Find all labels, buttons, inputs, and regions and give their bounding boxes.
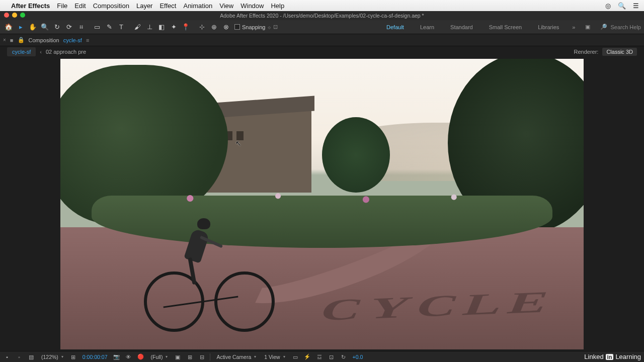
renderer-dropdown[interactable]: Classic 3D xyxy=(602,48,637,56)
puppet-tool[interactable]: 📍 xyxy=(180,22,191,33)
channel-icon[interactable]: 🔴 xyxy=(137,353,145,360)
close-panel-icon[interactable]: × xyxy=(3,37,6,43)
search-help-input[interactable]: Search Help xyxy=(610,24,641,30)
linkedin-learning-badge: Linked in Learning xyxy=(584,353,641,360)
exposure-value[interactable]: +0.0 xyxy=(352,354,364,360)
snapping-checkbox[interactable] xyxy=(234,24,240,30)
mac-menu-bar: After Effects File Edit Composition Laye… xyxy=(0,0,644,11)
fast-preview-icon[interactable]: ⚡ xyxy=(303,353,311,360)
camera-dropdown[interactable]: Active Camera xyxy=(214,354,258,360)
brand-learning: Learning xyxy=(615,353,641,360)
workspace-libraries[interactable]: Libraries xyxy=(535,23,562,31)
type-tool[interactable]: T xyxy=(116,22,127,33)
panel-type-label: Composition xyxy=(29,37,59,43)
brand-linked: Linked xyxy=(584,353,603,360)
axis-local-icon[interactable]: ⊹ xyxy=(196,22,207,33)
brand-in: in xyxy=(606,354,614,360)
grid-icon[interactable]: ⊞ xyxy=(186,354,194,360)
zoom-icon[interactable] xyxy=(20,13,25,18)
home-button[interactable]: 🏠 xyxy=(3,22,14,33)
camera-tool[interactable]: ⌗ xyxy=(75,22,87,33)
guides-icon[interactable]: ⊟ xyxy=(198,354,206,360)
cyclist-graphic xyxy=(144,201,275,332)
orbit-tool[interactable]: ↻ xyxy=(51,22,62,33)
workspace-standard[interactable]: Standard xyxy=(447,23,476,31)
axis-view-icon[interactable]: ⊗ xyxy=(220,22,231,33)
snapshot-icon[interactable]: 📷 xyxy=(113,353,121,360)
menu-layer[interactable]: Layer xyxy=(136,2,153,10)
reset-exposure-icon[interactable]: ↻ xyxy=(340,354,348,360)
clone-tool[interactable]: ⊥ xyxy=(144,22,155,33)
menu-file[interactable]: File xyxy=(57,2,67,10)
rotate-tool[interactable]: ⟳ xyxy=(63,22,74,33)
transparency-icon[interactable]: ▧ xyxy=(27,354,35,360)
menu-animation[interactable]: Animation xyxy=(183,2,212,10)
comp-canvas[interactable]: CYCLE ↖ xyxy=(60,59,584,349)
resolution-dropdown[interactable]: (Full) xyxy=(149,354,170,360)
panel-marker-icon: ■ xyxy=(10,37,14,43)
menu-composition[interactable]: Composition xyxy=(93,2,129,10)
snapping-label: Snapping xyxy=(242,24,266,30)
pen-tool[interactable]: ✎ xyxy=(104,22,115,33)
breadcrumb-root[interactable]: cycle-sf xyxy=(7,47,36,56)
panel-menu-icon[interactable]: ≡ xyxy=(86,37,89,43)
selection-tool[interactable]: ▸ xyxy=(15,22,26,33)
composition-viewer[interactable]: CYCLE ↖ xyxy=(0,57,644,351)
workspace-overflow-icon[interactable]: » xyxy=(572,24,575,30)
cc-sync-icon[interactable]: ◎ xyxy=(605,2,611,10)
roto-tool[interactable]: ✦ xyxy=(168,22,179,33)
workspace-small-screen[interactable]: Small Screen xyxy=(486,23,525,31)
menu-view[interactable]: View xyxy=(219,2,233,10)
eraser-tool[interactable]: ◧ xyxy=(156,22,167,33)
menu-help[interactable]: Help xyxy=(271,2,284,10)
pixel-aspect-icon[interactable]: ▭ xyxy=(291,354,299,360)
menu-edit[interactable]: Edit xyxy=(74,2,86,10)
search-icon[interactable]: 🔍 xyxy=(618,2,626,10)
axis-world-icon[interactable]: ⊕ xyxy=(208,22,219,33)
workspace-reset-icon[interactable]: ▣ xyxy=(585,24,590,30)
composition-panel-tab: × ■ 🔒 Composition cycle-sf ≡ xyxy=(0,34,644,46)
app-name[interactable]: After Effects xyxy=(11,2,50,10)
list-icon[interactable]: ☰ xyxy=(633,2,639,10)
timecode-display[interactable]: 0:00:00:07 xyxy=(82,354,109,360)
always-preview-icon[interactable]: ▪ xyxy=(3,354,11,360)
views-dropdown[interactable]: 1 View xyxy=(262,354,287,360)
snap-opt2-icon[interactable]: ⊡ xyxy=(273,24,278,30)
brush-tool[interactable]: 🖌 xyxy=(132,22,143,33)
flowchart-icon[interactable]: ⊡ xyxy=(328,354,336,360)
breadcrumb-child[interactable]: 02 approach pre xyxy=(46,49,86,55)
window-titlebar: Adobe After Effects 2020 - /Users/demo/D… xyxy=(0,11,644,20)
draft3d-icon[interactable]: ▫ xyxy=(15,354,23,360)
search-help-icon: 🔎 xyxy=(600,24,607,30)
minimize-icon[interactable] xyxy=(12,13,17,18)
traffic-lights[interactable] xyxy=(4,13,25,18)
workspace-default[interactable]: Default xyxy=(383,23,407,31)
snap-opt1-icon[interactable]: ⟐ xyxy=(268,24,271,30)
tools-toolbar: 🏠 ▸ ✋ 🔍 ↻ ⟳ ⌗ ▭ ✎ T 🖌 ⊥ ◧ ✦ 📍 ⊹ ⊕ ⊗ Snap… xyxy=(0,20,644,34)
renderer-label: Renderer: xyxy=(574,49,599,55)
zoom-dropdown[interactable]: (122%) xyxy=(39,354,65,360)
window-title-text: Adobe After Effects 2020 - /Users/demo/D… xyxy=(220,13,424,19)
toggle-mask-icon[interactable]: ⊞ xyxy=(69,354,77,360)
close-icon[interactable] xyxy=(4,13,9,18)
menu-effect[interactable]: Effect xyxy=(159,2,176,10)
rect-tool[interactable]: ▭ xyxy=(92,22,103,33)
hand-tool[interactable]: ✋ xyxy=(27,22,38,33)
show-snapshot-icon[interactable]: 👁 xyxy=(125,354,133,360)
comp-breadcrumb: cycle-sf ‹ 02 approach pre Renderer: Cla… xyxy=(0,46,644,57)
timeline-icon[interactable]: ☲ xyxy=(315,354,324,360)
zoom-tool[interactable]: 🔍 xyxy=(39,22,50,33)
comp-name-link[interactable]: cycle-sf xyxy=(63,37,82,43)
roi-icon[interactable]: ▣ xyxy=(174,354,182,360)
workspace-learn[interactable]: Learn xyxy=(417,23,437,31)
lock-panel-icon[interactable]: 🔒 xyxy=(18,37,25,43)
viewer-footer: ▪ ▫ ▧ (122%) ⊞ 0:00:00:07 📷 👁 🔴 (Full) ▣… xyxy=(0,351,644,362)
chevron-left-icon[interactable]: ‹ xyxy=(40,49,42,55)
menu-window[interactable]: Window xyxy=(240,2,264,10)
